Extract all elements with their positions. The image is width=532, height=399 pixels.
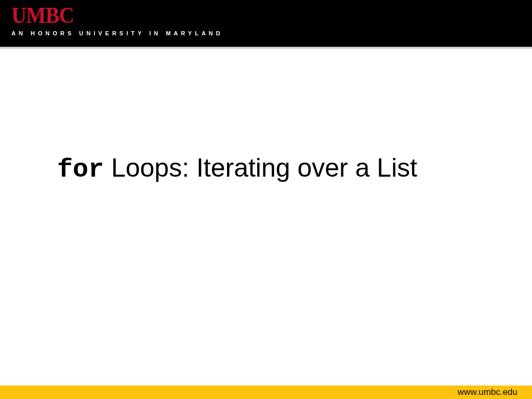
- slide-content: for Loops: Iterating over a List: [0, 49, 532, 385]
- footer-url: www.umbc.edu: [458, 387, 517, 397]
- umbc-logo: UMBC: [11, 4, 480, 27]
- slide-title: for Loops: Iterating over a List: [57, 153, 417, 184]
- slide-footer: www.umbc.edu: [0, 385, 532, 399]
- slide-header: UMBC AN HONORS UNIVERSITY IN MARYLAND: [0, 0, 532, 47]
- umbc-tagline: AN HONORS UNIVERSITY IN MARYLAND: [11, 30, 521, 36]
- slide: UMBC AN HONORS UNIVERSITY IN MARYLAND fo…: [0, 0, 532, 399]
- title-text: Loops: Iterating over a List: [104, 153, 417, 182]
- title-code-keyword: for: [57, 155, 104, 184]
